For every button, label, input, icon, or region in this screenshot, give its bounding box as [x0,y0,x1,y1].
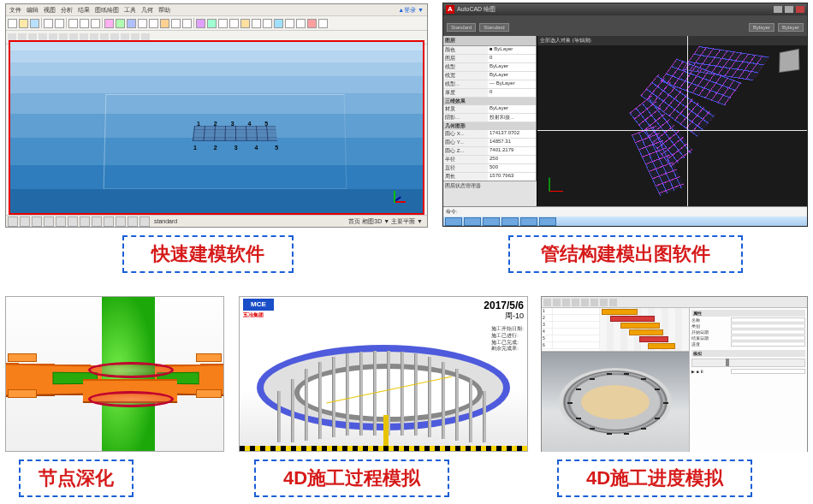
taskbar-button[interactable] [501,217,519,226]
tool-icon[interactable] [296,19,306,28]
sim-control-row[interactable]: ▶ ■ ⏸ [691,369,805,374]
property-row[interactable]: 线型ByLayer [443,63,536,72]
gantt-chart[interactable]: 1 2 3 4 5 6 [542,308,689,352]
property-row[interactable]: 厚度0 [443,89,536,98]
menu-tools[interactable]: 工具 [124,6,136,15]
new-icon[interactable] [8,19,17,28]
tool-icon[interactable] [263,19,272,28]
property-row[interactable]: 材质ByLayer [443,105,536,114]
menu-geom[interactable]: 几何 [141,6,153,15]
tool-icon[interactable] [590,299,598,306]
property-row[interactable]: 线宽ByLayer [443,72,536,80]
property-field[interactable]: 开始日期 [691,329,805,335]
save-icon[interactable] [30,19,39,28]
style-dropdown[interactable]: Standard [479,23,508,32]
viewcube-icon[interactable] [779,49,799,73]
property-field[interactable]: 类别 [691,323,805,329]
time-slider[interactable] [691,359,805,367]
open-icon[interactable] [19,19,28,28]
menu-result[interactable]: 结果 [78,6,90,15]
property-row[interactable]: 图层0 [443,55,536,63]
tool-icon[interactable] [600,299,608,306]
property-row[interactable]: 圆心 X...174137.0702 [443,130,536,139]
maximize-icon[interactable] [785,6,793,13]
property-row[interactable]: 半径250 [443,156,536,164]
property-field[interactable]: 结束日期 [691,335,805,341]
layer-dropdown[interactable]: Bylayer [778,23,804,32]
status-icon[interactable] [80,216,90,227]
status-icon[interactable] [139,216,150,227]
drawing-canvas[interactable]: 全部选入对象 (等轴测) [537,36,807,207]
style-dropdown[interactable]: Standard [447,23,476,32]
tool-icon[interactable] [318,19,328,28]
undo-icon[interactable] [44,19,53,28]
layer-dropdown[interactable]: Bylayer [749,23,774,32]
tool-icon[interactable] [543,299,551,306]
command-line[interactable]: 命令: [443,206,807,216]
redo-icon[interactable] [55,19,64,28]
viewport-3d[interactable] [542,352,689,452]
menu-edit[interactable]: 编辑 [27,6,39,15]
tool-icon[interactable] [307,19,317,28]
tool-icon[interactable] [274,19,283,28]
status-icon[interactable] [56,216,66,227]
property-field[interactable]: 名称 [691,317,805,323]
slider-knob[interactable] [726,359,729,366]
property-row[interactable]: 直径500 [443,164,536,173]
tool-icon[interactable] [553,299,561,306]
tool-icon[interactable] [104,19,114,28]
menu-view[interactable]: 视图 [44,6,56,15]
cut-icon[interactable] [68,19,78,28]
status-icon[interactable] [20,216,30,227]
viewport-tab[interactable]: 全部选入对象 (等轴测) [537,36,807,45]
property-row[interactable]: 阴影...投射和接... [443,114,536,122]
tool-icon[interactable] [609,299,617,306]
layer-manager[interactable]: 图层状态管理器 [443,181,537,207]
menu-file[interactable]: 文件 [9,6,21,15]
taskbar-button[interactable] [520,217,537,226]
menu-analyze[interactable]: 分析 [61,6,73,15]
tool-icon[interactable] [285,19,294,28]
tool-icon[interactable] [572,299,579,306]
tool-icon[interactable] [149,19,158,28]
tool-icon[interactable] [207,19,217,28]
status-icon[interactable] [116,216,126,227]
taskbar-button[interactable] [483,217,500,226]
property-row[interactable]: 圆心 Z...7401.2179 [443,147,536,156]
tool-icon[interactable] [229,19,239,28]
tool-icon[interactable] [252,19,261,28]
minimize-icon[interactable] [774,6,782,13]
property-row[interactable]: 圆心 Y...14857.31 [443,139,536,147]
tool-icon[interactable] [196,19,205,28]
property-row[interactable]: 颜色■ ByLayer [443,46,536,55]
status-icon[interactable] [92,216,102,227]
property-field[interactable]: 进度 [691,341,805,347]
status-icon[interactable] [32,216,42,227]
tool-icon[interactable] [182,19,192,28]
tool-icon[interactable] [562,299,570,306]
tool-icon[interactable] [171,19,181,28]
close-icon[interactable] [796,6,804,13]
viewport-3d[interactable]: 1 2 3 4 5 1 2 3 4 5 [9,40,424,215]
login-button[interactable]: ▲登录 ▼ [398,6,424,15]
menu-help[interactable]: 帮助 [158,6,170,15]
tool-icon[interactable] [240,19,250,28]
copy-icon[interactable] [80,19,89,28]
menu-bar[interactable]: 文件 编辑 视图 分析 结果 图纸绘图 工具 几何 帮助 ▲登录 ▼ [6,4,427,16]
taskbar-button[interactable] [464,217,481,226]
status-view-mode[interactable]: 首页 相图3D ▼ 主要平面 ▼ [346,217,425,226]
status-icon[interactable] [104,216,114,227]
tool-icon[interactable] [127,19,136,28]
tool-icon[interactable] [160,19,169,28]
status-icon[interactable] [8,216,18,227]
status-icon[interactable] [68,216,78,227]
tool-icon[interactable] [218,19,228,28]
menu-draw[interactable]: 图纸绘图 [95,6,119,15]
tool-icon[interactable] [138,19,147,28]
status-icon[interactable] [128,216,138,227]
paste-icon[interactable] [91,19,100,28]
status-icon[interactable] [44,216,54,227]
taskbar-button[interactable] [445,217,462,226]
tool-icon[interactable] [581,299,589,306]
tool-icon[interactable] [116,19,125,28]
